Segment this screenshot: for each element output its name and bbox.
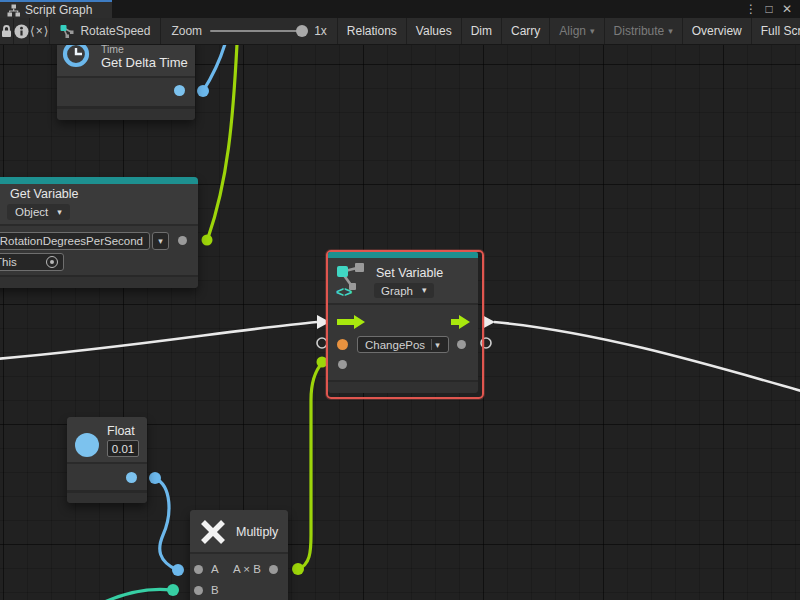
carry-button[interactable]: Carry: [502, 18, 550, 44]
node-get-delta-time[interactable]: Time Get Delta Time: [57, 38, 195, 120]
connection-flow-left[interactable]: [0, 322, 317, 359]
node-set-variable-selection: <> Set Variable Graph ▾ ChangePos: [326, 250, 484, 399]
graph-canvas[interactable]: Time Get Delta Time Get Variable Object …: [0, 45, 800, 600]
variable-name-field[interactable]: RotationDegreesPerSecond: [0, 232, 150, 250]
port-variable-value-out[interactable]: [178, 236, 187, 245]
port-label-b: B: [211, 584, 219, 596]
port-value-out[interactable]: [457, 340, 466, 349]
values-button[interactable]: Values: [407, 18, 462, 44]
set-variable-icon: <>: [336, 262, 368, 298]
button-label: Full Screen: [761, 24, 800, 38]
flow-in-arrow[interactable]: [337, 315, 368, 329]
node-title: Set Variable: [376, 266, 443, 280]
lock-button[interactable]: [0, 18, 14, 44]
float-value-input[interactable]: 0.01: [107, 440, 139, 457]
port-multiply-out[interactable]: [269, 565, 278, 574]
maximize-icon[interactable]: □: [760, 2, 778, 16]
overview-button[interactable]: Overview: [683, 18, 752, 44]
connection-teal-bottom[interactable]: [96, 589, 172, 600]
chevron-down-icon: ▾: [158, 236, 163, 246]
divider: [57, 76, 195, 78]
variable-name-dropdown[interactable]: ChangePos ▾: [357, 336, 449, 353]
node-get-variable[interactable]: Get Variable Object ▾ RotationDegreesPer…: [0, 177, 198, 288]
divider: [0, 224, 198, 226]
zoom-slider-handle[interactable]: [296, 25, 308, 37]
variable-name-dropdown-button[interactable]: ▾: [152, 232, 169, 250]
graph-name: RotateSpeed: [80, 24, 150, 38]
zoom-slider[interactable]: [210, 30, 306, 32]
float-value: 0.01: [112, 443, 134, 455]
node-multiply[interactable]: Multiply A A × B B: [190, 510, 288, 600]
scope-label: Object: [15, 206, 48, 218]
menu-icon[interactable]: ⋮: [742, 2, 760, 16]
align-button[interactable]: Align ▾: [550, 18, 604, 44]
tab-title: Script Graph: [25, 3, 92, 17]
divider: [67, 462, 147, 464]
variable-scope-dropdown[interactable]: Object ▾: [7, 204, 70, 220]
port-multiply-a-in[interactable]: [194, 565, 203, 574]
lock-icon: [0, 24, 13, 38]
connection-blue-deltatime[interactable]: [203, 44, 225, 91]
blue-endpoint-deltatime: [197, 85, 209, 97]
button-label: Values: [416, 24, 452, 38]
toolbar: ⟨×⟩ RotateSpeed Zoom 1x Relations Values: [0, 18, 800, 45]
connection-flow-right[interactable]: [494, 322, 800, 392]
divider: [190, 552, 288, 554]
chevron-down-icon: ▾: [57, 208, 62, 217]
port-label-a: A: [211, 563, 219, 575]
script-graph-window: Time Get Delta Time Get Variable Object …: [0, 0, 800, 600]
blue-endpoint-multiply-a: [172, 564, 184, 576]
window-controls: ⋮ □ ✕: [742, 0, 796, 18]
multiply-icon: [199, 518, 227, 546]
close-icon[interactable]: ✕: [778, 2, 796, 16]
node-float[interactable]: Float 0.01: [67, 417, 147, 503]
variable-scope-dropdown[interactable]: Graph ▾: [374, 283, 434, 298]
chevron-down-icon: ▾: [422, 286, 427, 295]
tab-script-graph[interactable]: Script Graph: [0, 0, 112, 18]
node-footer: [328, 380, 478, 393]
node-set-variable[interactable]: <> Set Variable Graph ▾ ChangePos: [328, 252, 478, 393]
button-label: Overview: [692, 24, 742, 38]
zoom-value: 1x: [314, 24, 327, 38]
port-multiply-b-in[interactable]: [194, 586, 203, 595]
chevron-down-icon: ▾: [590, 27, 595, 36]
node-title: Float: [107, 424, 135, 438]
full-screen-button[interactable]: Full Screen: [752, 18, 800, 44]
node-footer: [0, 275, 198, 288]
node-accent-bar: [0, 177, 198, 184]
relations-button[interactable]: Relations: [338, 18, 407, 44]
code-preview-button[interactable]: ⟨×⟩: [30, 18, 50, 44]
object-picker-icon[interactable]: [46, 256, 58, 268]
chevron-down-icon: ▾: [668, 27, 673, 36]
dim-button[interactable]: Dim: [462, 18, 502, 44]
button-label: Carry: [511, 24, 540, 38]
distribute-button[interactable]: Distribute ▾: [605, 18, 683, 44]
code-icon: ⟨×⟩: [30, 24, 49, 38]
button-label: Align: [559, 24, 586, 38]
float-icon: [75, 433, 99, 457]
chevron-down-icon: ▾: [432, 340, 443, 350]
target-label: This: [0, 256, 17, 268]
tab-bar: Script Graph ⋮ □ ✕: [0, 0, 800, 18]
port-value-in[interactable]: [338, 360, 347, 369]
node-title: Get Variable: [10, 187, 79, 201]
scope-label: Graph: [381, 285, 413, 297]
lime-endpoint-multiply-out: [292, 563, 304, 575]
button-label: Dim: [471, 24, 492, 38]
port-float-out[interactable]: [126, 472, 137, 483]
graph-icon: [7, 4, 20, 17]
node-footer: [57, 106, 195, 120]
port-target-gameobject[interactable]: [337, 339, 348, 350]
connection-lime-multiply[interactable]: [298, 363, 322, 569]
info-button[interactable]: [14, 18, 30, 44]
graph-breadcrumb[interactable]: RotateSpeed: [50, 18, 161, 44]
port-deltatime-out[interactable]: [174, 85, 185, 96]
button-label: Distribute: [614, 24, 665, 38]
port-label-result: A × B: [233, 563, 261, 575]
divider: [328, 303, 478, 305]
svg-text:<>: <>: [336, 284, 352, 298]
connection-blue-float[interactable]: [155, 478, 177, 570]
info-icon: [14, 24, 29, 39]
flow-out-arrow[interactable]: [451, 315, 473, 329]
script-graph-asset-icon: [60, 24, 74, 38]
